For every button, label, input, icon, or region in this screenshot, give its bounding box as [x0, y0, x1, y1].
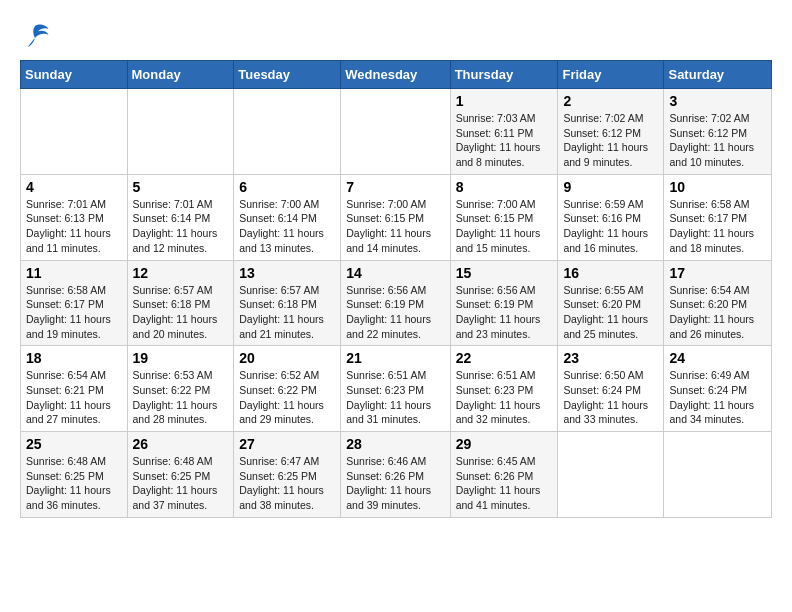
day-number: 21 — [346, 350, 444, 366]
day-info: Sunrise: 6:58 AM Sunset: 6:17 PM Dayligh… — [669, 197, 766, 256]
calendar-cell: 15Sunrise: 6:56 AM Sunset: 6:19 PM Dayli… — [450, 260, 558, 346]
day-number: 23 — [563, 350, 658, 366]
day-number: 25 — [26, 436, 122, 452]
day-number: 5 — [133, 179, 229, 195]
day-number: 6 — [239, 179, 335, 195]
calendar-cell: 12Sunrise: 6:57 AM Sunset: 6:18 PM Dayli… — [127, 260, 234, 346]
day-info: Sunrise: 6:54 AM Sunset: 6:21 PM Dayligh… — [26, 368, 122, 427]
day-number: 16 — [563, 265, 658, 281]
page-header — [20, 20, 772, 50]
day-info: Sunrise: 6:52 AM Sunset: 6:22 PM Dayligh… — [239, 368, 335, 427]
calendar-cell — [341, 89, 450, 175]
calendar-cell — [558, 432, 664, 518]
calendar-week-3: 11Sunrise: 6:58 AM Sunset: 6:17 PM Dayli… — [21, 260, 772, 346]
header-cell-tuesday: Tuesday — [234, 61, 341, 89]
calendar-cell: 8Sunrise: 7:00 AM Sunset: 6:15 PM Daylig… — [450, 174, 558, 260]
header-cell-wednesday: Wednesday — [341, 61, 450, 89]
day-number: 17 — [669, 265, 766, 281]
day-info: Sunrise: 7:03 AM Sunset: 6:11 PM Dayligh… — [456, 111, 553, 170]
day-number: 9 — [563, 179, 658, 195]
calendar-cell: 14Sunrise: 6:56 AM Sunset: 6:19 PM Dayli… — [341, 260, 450, 346]
day-info: Sunrise: 6:51 AM Sunset: 6:23 PM Dayligh… — [456, 368, 553, 427]
day-info: Sunrise: 6:57 AM Sunset: 6:18 PM Dayligh… — [133, 283, 229, 342]
day-info: Sunrise: 6:50 AM Sunset: 6:24 PM Dayligh… — [563, 368, 658, 427]
calendar-cell: 2Sunrise: 7:02 AM Sunset: 6:12 PM Daylig… — [558, 89, 664, 175]
day-info: Sunrise: 6:53 AM Sunset: 6:22 PM Dayligh… — [133, 368, 229, 427]
day-info: Sunrise: 6:48 AM Sunset: 6:25 PM Dayligh… — [26, 454, 122, 513]
calendar-cell: 5Sunrise: 7:01 AM Sunset: 6:14 PM Daylig… — [127, 174, 234, 260]
calendar-week-4: 18Sunrise: 6:54 AM Sunset: 6:21 PM Dayli… — [21, 346, 772, 432]
calendar-week-2: 4Sunrise: 7:01 AM Sunset: 6:13 PM Daylig… — [21, 174, 772, 260]
calendar-cell: 23Sunrise: 6:50 AM Sunset: 6:24 PM Dayli… — [558, 346, 664, 432]
day-number: 3 — [669, 93, 766, 109]
calendar-cell: 28Sunrise: 6:46 AM Sunset: 6:26 PM Dayli… — [341, 432, 450, 518]
day-number: 24 — [669, 350, 766, 366]
day-number: 20 — [239, 350, 335, 366]
calendar-cell: 16Sunrise: 6:55 AM Sunset: 6:20 PM Dayli… — [558, 260, 664, 346]
day-info: Sunrise: 6:55 AM Sunset: 6:20 PM Dayligh… — [563, 283, 658, 342]
day-info: Sunrise: 6:47 AM Sunset: 6:25 PM Dayligh… — [239, 454, 335, 513]
day-info: Sunrise: 6:49 AM Sunset: 6:24 PM Dayligh… — [669, 368, 766, 427]
calendar-week-1: 1Sunrise: 7:03 AM Sunset: 6:11 PM Daylig… — [21, 89, 772, 175]
calendar-cell: 21Sunrise: 6:51 AM Sunset: 6:23 PM Dayli… — [341, 346, 450, 432]
calendar-cell: 27Sunrise: 6:47 AM Sunset: 6:25 PM Dayli… — [234, 432, 341, 518]
day-info: Sunrise: 6:58 AM Sunset: 6:17 PM Dayligh… — [26, 283, 122, 342]
calendar-cell: 11Sunrise: 6:58 AM Sunset: 6:17 PM Dayli… — [21, 260, 128, 346]
day-number: 1 — [456, 93, 553, 109]
calendar-cell: 17Sunrise: 6:54 AM Sunset: 6:20 PM Dayli… — [664, 260, 772, 346]
header-cell-friday: Friday — [558, 61, 664, 89]
day-number: 12 — [133, 265, 229, 281]
header-cell-monday: Monday — [127, 61, 234, 89]
calendar-cell: 1Sunrise: 7:03 AM Sunset: 6:11 PM Daylig… — [450, 89, 558, 175]
calendar-cell: 25Sunrise: 6:48 AM Sunset: 6:25 PM Dayli… — [21, 432, 128, 518]
calendar-cell: 7Sunrise: 7:00 AM Sunset: 6:15 PM Daylig… — [341, 174, 450, 260]
day-info: Sunrise: 6:59 AM Sunset: 6:16 PM Dayligh… — [563, 197, 658, 256]
day-number: 4 — [26, 179, 122, 195]
header-cell-sunday: Sunday — [21, 61, 128, 89]
day-number: 14 — [346, 265, 444, 281]
calendar-cell: 24Sunrise: 6:49 AM Sunset: 6:24 PM Dayli… — [664, 346, 772, 432]
calendar-table: SundayMondayTuesdayWednesdayThursdayFrid… — [20, 60, 772, 518]
calendar-cell — [234, 89, 341, 175]
calendar-cell: 9Sunrise: 6:59 AM Sunset: 6:16 PM Daylig… — [558, 174, 664, 260]
day-number: 22 — [456, 350, 553, 366]
calendar-cell: 19Sunrise: 6:53 AM Sunset: 6:22 PM Dayli… — [127, 346, 234, 432]
calendar-cell: 10Sunrise: 6:58 AM Sunset: 6:17 PM Dayli… — [664, 174, 772, 260]
day-info: Sunrise: 6:45 AM Sunset: 6:26 PM Dayligh… — [456, 454, 553, 513]
logo — [20, 20, 54, 50]
day-info: Sunrise: 6:56 AM Sunset: 6:19 PM Dayligh… — [346, 283, 444, 342]
header-cell-saturday: Saturday — [664, 61, 772, 89]
day-info: Sunrise: 7:00 AM Sunset: 6:15 PM Dayligh… — [346, 197, 444, 256]
day-number: 10 — [669, 179, 766, 195]
day-info: Sunrise: 7:01 AM Sunset: 6:14 PM Dayligh… — [133, 197, 229, 256]
day-info: Sunrise: 7:00 AM Sunset: 6:14 PM Dayligh… — [239, 197, 335, 256]
day-number: 11 — [26, 265, 122, 281]
day-info: Sunrise: 7:02 AM Sunset: 6:12 PM Dayligh… — [563, 111, 658, 170]
day-number: 18 — [26, 350, 122, 366]
day-number: 15 — [456, 265, 553, 281]
day-info: Sunrise: 6:57 AM Sunset: 6:18 PM Dayligh… — [239, 283, 335, 342]
day-number: 8 — [456, 179, 553, 195]
calendar-cell: 4Sunrise: 7:01 AM Sunset: 6:13 PM Daylig… — [21, 174, 128, 260]
day-number: 2 — [563, 93, 658, 109]
calendar-cell — [127, 89, 234, 175]
calendar-body: 1Sunrise: 7:03 AM Sunset: 6:11 PM Daylig… — [21, 89, 772, 518]
day-number: 13 — [239, 265, 335, 281]
calendar-cell — [664, 432, 772, 518]
day-info: Sunrise: 7:00 AM Sunset: 6:15 PM Dayligh… — [456, 197, 553, 256]
calendar-cell — [21, 89, 128, 175]
day-number: 29 — [456, 436, 553, 452]
calendar-cell: 22Sunrise: 6:51 AM Sunset: 6:23 PM Dayli… — [450, 346, 558, 432]
header-row: SundayMondayTuesdayWednesdayThursdayFrid… — [21, 61, 772, 89]
day-info: Sunrise: 6:46 AM Sunset: 6:26 PM Dayligh… — [346, 454, 444, 513]
day-info: Sunrise: 6:56 AM Sunset: 6:19 PM Dayligh… — [456, 283, 553, 342]
day-info: Sunrise: 7:01 AM Sunset: 6:13 PM Dayligh… — [26, 197, 122, 256]
day-number: 27 — [239, 436, 335, 452]
calendar-cell: 3Sunrise: 7:02 AM Sunset: 6:12 PM Daylig… — [664, 89, 772, 175]
day-number: 28 — [346, 436, 444, 452]
calendar-cell: 20Sunrise: 6:52 AM Sunset: 6:22 PM Dayli… — [234, 346, 341, 432]
day-number: 26 — [133, 436, 229, 452]
calendar-cell: 26Sunrise: 6:48 AM Sunset: 6:25 PM Dayli… — [127, 432, 234, 518]
calendar-cell: 29Sunrise: 6:45 AM Sunset: 6:26 PM Dayli… — [450, 432, 558, 518]
day-info: Sunrise: 6:51 AM Sunset: 6:23 PM Dayligh… — [346, 368, 444, 427]
